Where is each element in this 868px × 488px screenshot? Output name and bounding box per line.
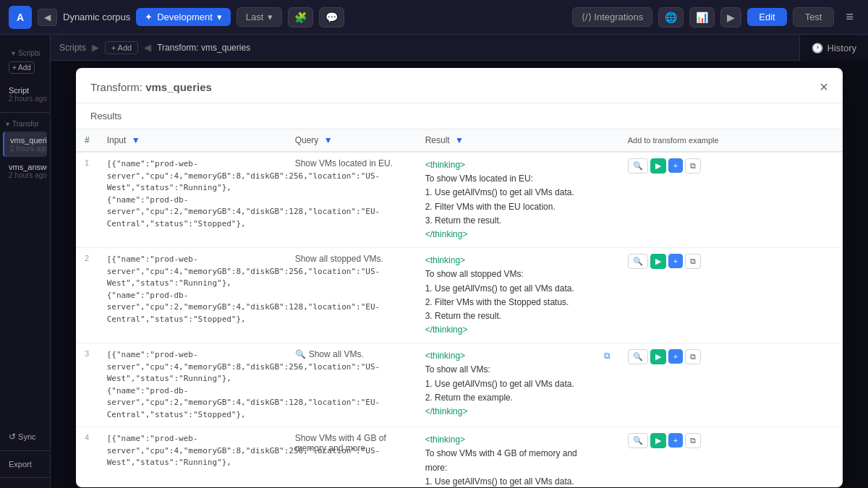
search-icon: 🔍 (295, 349, 306, 359)
breadcrumb-scripts: Scripts (59, 43, 86, 53)
environment-button[interactable]: ✦ Development ▾ (136, 8, 231, 26)
col-header-add-transform: Add to transform example (619, 129, 843, 152)
action-copy-button[interactable]: ⧉ (685, 254, 701, 269)
action-copy-button[interactable]: ⧉ (685, 433, 701, 448)
cell-actions: 🔍▶+⧉ (619, 248, 843, 343)
thinking-close-tag: </thinking> (425, 406, 468, 416)
action-add-button[interactable]: + (668, 254, 683, 268)
cell-result: <thinking>To show all stopped VMs: 1. Us… (417, 248, 619, 343)
results-table[interactable]: # Input ▼ Query ▼ Result (76, 129, 843, 487)
modal-overlay: Transform: vms_queries × Results # Input (51, 61, 868, 488)
sidebar-item-vms-queries[interactable]: vms_querie 2 hours ago (3, 132, 47, 157)
thinking-open-tag: <thinking> (425, 255, 465, 265)
cell-input: [{"name":"prod-web-server","cpu":4,"memo… (98, 152, 286, 248)
action-copy-button[interactable]: ⧉ (685, 349, 701, 364)
result-body-text: To show all VMs: 1. Use getAllVms() to g… (425, 364, 574, 402)
col-header-input: Input ▼ (98, 129, 286, 152)
breadcrumb-add-button[interactable]: + Add (105, 41, 138, 54)
action-add-button[interactable]: + (668, 349, 683, 364)
input-filter-icon[interactable]: ▼ (132, 135, 140, 145)
col-header-num: # (76, 129, 98, 152)
main-layout: ▾ Scripts + Add Script 2 hours ago ▾ Tra… (0, 35, 868, 488)
integrations-button[interactable]: ⟨/⟩ Integrations (572, 7, 652, 27)
cell-result: <thinking>To show VMs with 4 GB of memor… (417, 427, 619, 487)
modal-title: Transform: vms_queries (90, 81, 212, 93)
sidebar: ▾ Scripts + Add Script 2 hours ago ▾ Tra… (0, 35, 51, 488)
content-area: Scripts ▶ + Add ◀ Transform: vms_queries… (51, 35, 868, 488)
cell-num: 3 (76, 343, 98, 427)
sidebar-item-sync[interactable]: ↺ Sync (3, 427, 47, 446)
cell-actions: 🔍▶+⧉ (619, 427, 843, 487)
chat-icon-button[interactable]: 💬 (319, 7, 344, 27)
cell-query: 🔍Show all VMs. (286, 343, 417, 427)
cell-num: 2 (76, 248, 98, 343)
globe-button[interactable]: 🌐 (658, 7, 684, 27)
thinking-open-tag: <thinking> (425, 351, 465, 361)
modal-header: Transform: vms_queries × (76, 68, 843, 103)
sidebar-scripts-label: ▾ Scripts (6, 46, 44, 60)
cell-result: <thinking>To show VMs located in EU: 1. … (417, 152, 619, 248)
sidebar-item-export[interactable]: Export (3, 455, 47, 473)
col-header-query: Query ▼ (286, 129, 417, 152)
cell-input: [{"name":"prod-web-server","cpu":4,"memo… (98, 343, 286, 427)
data-table: # Input ▼ Query ▼ Result (76, 129, 843, 487)
action-search-button[interactable]: 🔍 (628, 433, 648, 448)
breadcrumb-current: Transform: vms_queries (157, 43, 250, 53)
table-row: 3[{"name":"prod-web-server","cpu":4,"mem… (76, 343, 843, 427)
action-play-button[interactable]: ▶ (650, 433, 666, 448)
test-button[interactable]: Test (793, 7, 835, 27)
action-search-button[interactable]: 🔍 (628, 158, 648, 174)
modal-close-button[interactable]: × (820, 80, 828, 94)
top-nav: A ◀ Dynamic corpus ✦ Development ▾ Last … (0, 0, 868, 35)
query-filter-icon[interactable]: ▼ (324, 135, 333, 145)
action-play-button[interactable]: ▶ (650, 158, 666, 174)
action-add-button[interactable]: + (668, 158, 683, 173)
modal-results-label: Results (76, 103, 843, 129)
cell-query: Show all stopped VMs. (286, 248, 417, 343)
result-body-text: To show VMs with 4 GB of memory and more… (425, 448, 577, 486)
action-play-button[interactable]: ▶ (650, 349, 666, 364)
action-play-button[interactable]: ▶ (650, 254, 666, 269)
thinking-open-tag: <thinking> (425, 435, 465, 445)
col-header-result: Result ▼ (417, 129, 619, 152)
thinking-close-tag: </thinking> (425, 325, 468, 335)
result-body-text: To show all stopped VMs: 1. Use getAllVm… (425, 269, 574, 321)
cell-query: Show VMs located in EU. (286, 152, 417, 248)
action-copy-button[interactable]: ⧉ (685, 158, 701, 174)
history-button[interactable]: 🕐 History (799, 35, 868, 61)
sidebar-item-script[interactable]: Script 2 hours ago (3, 82, 47, 107)
branch-icon: ✦ (145, 12, 153, 22)
table-header-row: # Input ▼ Query ▼ Result (76, 129, 843, 152)
chart-button[interactable]: 📊 (689, 7, 715, 27)
menu-button[interactable]: ≡ (840, 7, 859, 27)
table-row: 4[{"name":"prod-web-server","cpu":4,"mem… (76, 427, 843, 487)
sidebar-item-vms-answers[interactable]: vms_answe 2 hours ago (3, 158, 47, 184)
action-search-button[interactable]: 🔍 (628, 349, 648, 364)
cell-input: [{"name":"prod-web-server","cpu":4,"memo… (98, 427, 286, 487)
action-add-button[interactable]: + (668, 433, 683, 448)
thinking-close-tag: </thinking> (425, 229, 468, 239)
cell-num: 4 (76, 427, 98, 487)
table-row: 1[{"name":"prod-web-server","cpu":4,"mem… (76, 152, 843, 248)
cell-num: 1 (76, 152, 98, 248)
sidebar-transforms-label: ▾ Transfor (0, 117, 50, 131)
last-button[interactable]: Last ▾ (237, 7, 283, 27)
cell-input: [{"name":"prod-web-server","cpu":4,"memo… (98, 248, 286, 343)
sidebar-add-button[interactable]: + Add (9, 61, 35, 74)
puzzle-icon-button[interactable]: 🧩 (288, 7, 313, 27)
cell-actions: 🔍▶+⧉ (619, 343, 843, 427)
play-button[interactable]: ▶ (720, 7, 741, 27)
back-button[interactable]: ◀ (38, 9, 57, 26)
app-logo: A (9, 6, 32, 29)
cell-result: ⧉<thinking>To show all VMs: 1. Use getAl… (417, 343, 619, 427)
cell-actions: 🔍▶+⧉ (619, 152, 843, 248)
action-search-button[interactable]: 🔍 (628, 254, 648, 269)
edit-button[interactable]: Edit (747, 8, 786, 26)
modal: Transform: vms_queries × Results # Input (76, 68, 843, 487)
result-filter-icon[interactable]: ▼ (455, 135, 464, 145)
thinking-open-tag: <thinking> (425, 160, 465, 170)
breadcrumb-bar: Scripts ▶ + Add ◀ Transform: vms_queries… (51, 35, 868, 61)
table-row: 2[{"name":"prod-web-server","cpu":4,"mem… (76, 248, 843, 343)
nav-breadcrumb: Dynamic corpus (63, 12, 130, 22)
cell-query: Show VMs with 4 GB of memory and more. (286, 427, 417, 487)
